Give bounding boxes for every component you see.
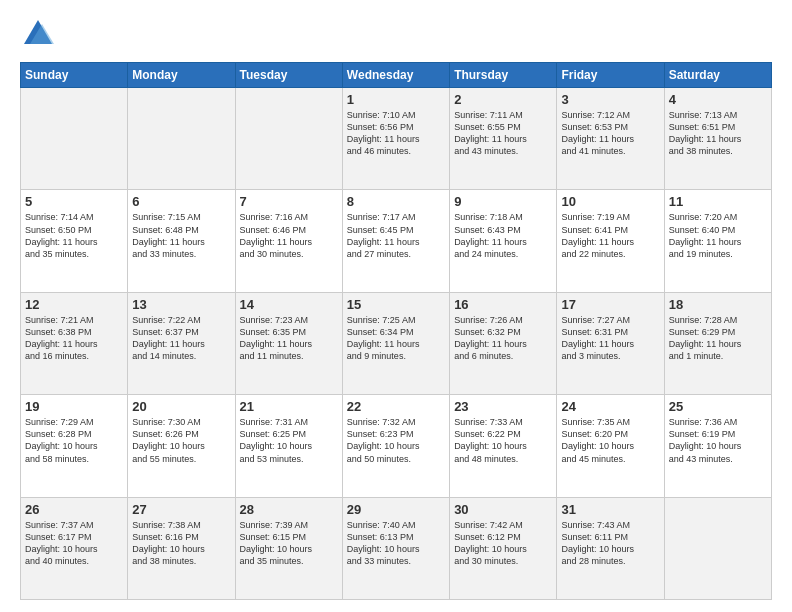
calendar-cell: 31Sunrise: 7:43 AM Sunset: 6:11 PM Dayli…	[557, 497, 664, 599]
day-info: Sunrise: 7:17 AM Sunset: 6:45 PM Dayligh…	[347, 211, 445, 260]
weekday-header-monday: Monday	[128, 63, 235, 88]
day-info: Sunrise: 7:37 AM Sunset: 6:17 PM Dayligh…	[25, 519, 123, 568]
day-number: 8	[347, 194, 445, 209]
day-number: 20	[132, 399, 230, 414]
calendar-cell: 17Sunrise: 7:27 AM Sunset: 6:31 PM Dayli…	[557, 292, 664, 394]
day-number: 28	[240, 502, 338, 517]
calendar-cell: 11Sunrise: 7:20 AM Sunset: 6:40 PM Dayli…	[664, 190, 771, 292]
calendar-cell: 18Sunrise: 7:28 AM Sunset: 6:29 PM Dayli…	[664, 292, 771, 394]
day-number: 18	[669, 297, 767, 312]
day-info: Sunrise: 7:20 AM Sunset: 6:40 PM Dayligh…	[669, 211, 767, 260]
day-info: Sunrise: 7:18 AM Sunset: 6:43 PM Dayligh…	[454, 211, 552, 260]
day-info: Sunrise: 7:35 AM Sunset: 6:20 PM Dayligh…	[561, 416, 659, 465]
day-number: 5	[25, 194, 123, 209]
day-number: 15	[347, 297, 445, 312]
weekday-header-saturday: Saturday	[664, 63, 771, 88]
calendar-cell: 8Sunrise: 7:17 AM Sunset: 6:45 PM Daylig…	[342, 190, 449, 292]
day-number: 26	[25, 502, 123, 517]
day-info: Sunrise: 7:38 AM Sunset: 6:16 PM Dayligh…	[132, 519, 230, 568]
calendar-cell: 13Sunrise: 7:22 AM Sunset: 6:37 PM Dayli…	[128, 292, 235, 394]
weekday-header-tuesday: Tuesday	[235, 63, 342, 88]
day-info: Sunrise: 7:25 AM Sunset: 6:34 PM Dayligh…	[347, 314, 445, 363]
calendar-table: SundayMondayTuesdayWednesdayThursdayFrid…	[20, 62, 772, 600]
calendar-cell: 14Sunrise: 7:23 AM Sunset: 6:35 PM Dayli…	[235, 292, 342, 394]
calendar-cell: 16Sunrise: 7:26 AM Sunset: 6:32 PM Dayli…	[450, 292, 557, 394]
calendar-cell	[128, 88, 235, 190]
day-info: Sunrise: 7:15 AM Sunset: 6:48 PM Dayligh…	[132, 211, 230, 260]
weekday-header-wednesday: Wednesday	[342, 63, 449, 88]
weekday-header-row: SundayMondayTuesdayWednesdayThursdayFrid…	[21, 63, 772, 88]
calendar-cell: 27Sunrise: 7:38 AM Sunset: 6:16 PM Dayli…	[128, 497, 235, 599]
day-number: 4	[669, 92, 767, 107]
day-info: Sunrise: 7:42 AM Sunset: 6:12 PM Dayligh…	[454, 519, 552, 568]
day-number: 2	[454, 92, 552, 107]
day-info: Sunrise: 7:13 AM Sunset: 6:51 PM Dayligh…	[669, 109, 767, 158]
day-number: 6	[132, 194, 230, 209]
day-info: Sunrise: 7:33 AM Sunset: 6:22 PM Dayligh…	[454, 416, 552, 465]
day-number: 3	[561, 92, 659, 107]
day-number: 30	[454, 502, 552, 517]
calendar-cell: 5Sunrise: 7:14 AM Sunset: 6:50 PM Daylig…	[21, 190, 128, 292]
day-number: 27	[132, 502, 230, 517]
day-info: Sunrise: 7:21 AM Sunset: 6:38 PM Dayligh…	[25, 314, 123, 363]
calendar-cell: 29Sunrise: 7:40 AM Sunset: 6:13 PM Dayli…	[342, 497, 449, 599]
day-number: 10	[561, 194, 659, 209]
week-row-4: 19Sunrise: 7:29 AM Sunset: 6:28 PM Dayli…	[21, 395, 772, 497]
day-number: 21	[240, 399, 338, 414]
day-info: Sunrise: 7:27 AM Sunset: 6:31 PM Dayligh…	[561, 314, 659, 363]
calendar-cell: 26Sunrise: 7:37 AM Sunset: 6:17 PM Dayli…	[21, 497, 128, 599]
calendar-cell: 19Sunrise: 7:29 AM Sunset: 6:28 PM Dayli…	[21, 395, 128, 497]
calendar-cell: 15Sunrise: 7:25 AM Sunset: 6:34 PM Dayli…	[342, 292, 449, 394]
day-info: Sunrise: 7:19 AM Sunset: 6:41 PM Dayligh…	[561, 211, 659, 260]
calendar-cell: 4Sunrise: 7:13 AM Sunset: 6:51 PM Daylig…	[664, 88, 771, 190]
day-number: 11	[669, 194, 767, 209]
day-number: 23	[454, 399, 552, 414]
calendar-cell: 2Sunrise: 7:11 AM Sunset: 6:55 PM Daylig…	[450, 88, 557, 190]
calendar-cell: 9Sunrise: 7:18 AM Sunset: 6:43 PM Daylig…	[450, 190, 557, 292]
day-info: Sunrise: 7:23 AM Sunset: 6:35 PM Dayligh…	[240, 314, 338, 363]
day-info: Sunrise: 7:28 AM Sunset: 6:29 PM Dayligh…	[669, 314, 767, 363]
week-row-1: 1Sunrise: 7:10 AM Sunset: 6:56 PM Daylig…	[21, 88, 772, 190]
weekday-header-friday: Friday	[557, 63, 664, 88]
calendar-cell: 1Sunrise: 7:10 AM Sunset: 6:56 PM Daylig…	[342, 88, 449, 190]
day-info: Sunrise: 7:29 AM Sunset: 6:28 PM Dayligh…	[25, 416, 123, 465]
day-number: 9	[454, 194, 552, 209]
day-info: Sunrise: 7:12 AM Sunset: 6:53 PM Dayligh…	[561, 109, 659, 158]
calendar-cell: 10Sunrise: 7:19 AM Sunset: 6:41 PM Dayli…	[557, 190, 664, 292]
day-info: Sunrise: 7:43 AM Sunset: 6:11 PM Dayligh…	[561, 519, 659, 568]
day-number: 17	[561, 297, 659, 312]
week-row-5: 26Sunrise: 7:37 AM Sunset: 6:17 PM Dayli…	[21, 497, 772, 599]
calendar-cell: 12Sunrise: 7:21 AM Sunset: 6:38 PM Dayli…	[21, 292, 128, 394]
day-info: Sunrise: 7:30 AM Sunset: 6:26 PM Dayligh…	[132, 416, 230, 465]
week-row-3: 12Sunrise: 7:21 AM Sunset: 6:38 PM Dayli…	[21, 292, 772, 394]
day-info: Sunrise: 7:16 AM Sunset: 6:46 PM Dayligh…	[240, 211, 338, 260]
calendar-cell: 6Sunrise: 7:15 AM Sunset: 6:48 PM Daylig…	[128, 190, 235, 292]
logo-icon	[20, 16, 56, 52]
day-info: Sunrise: 7:39 AM Sunset: 6:15 PM Dayligh…	[240, 519, 338, 568]
page: SundayMondayTuesdayWednesdayThursdayFrid…	[0, 0, 792, 612]
calendar-cell: 30Sunrise: 7:42 AM Sunset: 6:12 PM Dayli…	[450, 497, 557, 599]
day-number: 12	[25, 297, 123, 312]
weekday-header-sunday: Sunday	[21, 63, 128, 88]
day-info: Sunrise: 7:32 AM Sunset: 6:23 PM Dayligh…	[347, 416, 445, 465]
calendar-cell: 21Sunrise: 7:31 AM Sunset: 6:25 PM Dayli…	[235, 395, 342, 497]
day-info: Sunrise: 7:10 AM Sunset: 6:56 PM Dayligh…	[347, 109, 445, 158]
week-row-2: 5Sunrise: 7:14 AM Sunset: 6:50 PM Daylig…	[21, 190, 772, 292]
day-info: Sunrise: 7:14 AM Sunset: 6:50 PM Dayligh…	[25, 211, 123, 260]
day-info: Sunrise: 7:31 AM Sunset: 6:25 PM Dayligh…	[240, 416, 338, 465]
calendar-cell: 22Sunrise: 7:32 AM Sunset: 6:23 PM Dayli…	[342, 395, 449, 497]
calendar-cell	[664, 497, 771, 599]
calendar-cell: 28Sunrise: 7:39 AM Sunset: 6:15 PM Dayli…	[235, 497, 342, 599]
calendar-cell: 25Sunrise: 7:36 AM Sunset: 6:19 PM Dayli…	[664, 395, 771, 497]
day-info: Sunrise: 7:36 AM Sunset: 6:19 PM Dayligh…	[669, 416, 767, 465]
day-number: 16	[454, 297, 552, 312]
day-number: 1	[347, 92, 445, 107]
day-info: Sunrise: 7:26 AM Sunset: 6:32 PM Dayligh…	[454, 314, 552, 363]
day-number: 25	[669, 399, 767, 414]
day-number: 14	[240, 297, 338, 312]
day-number: 24	[561, 399, 659, 414]
day-info: Sunrise: 7:11 AM Sunset: 6:55 PM Dayligh…	[454, 109, 552, 158]
day-number: 19	[25, 399, 123, 414]
calendar-cell: 20Sunrise: 7:30 AM Sunset: 6:26 PM Dayli…	[128, 395, 235, 497]
weekday-header-thursday: Thursday	[450, 63, 557, 88]
